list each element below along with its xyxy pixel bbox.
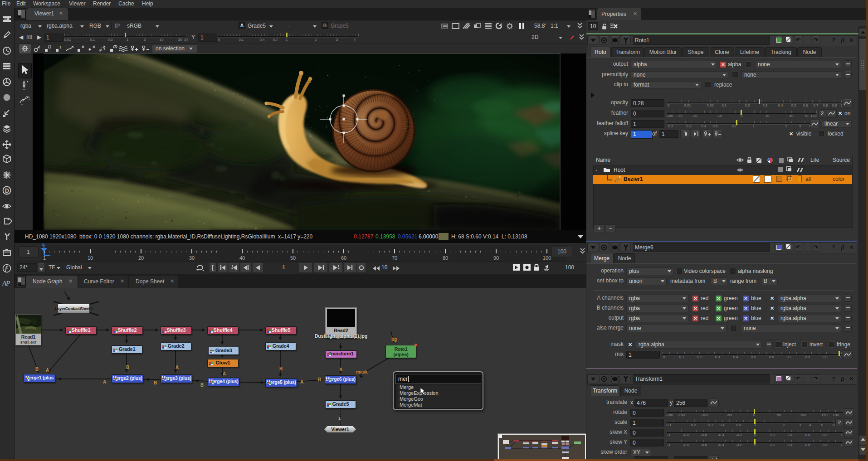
svg-text:1: 1 — [59, 45, 62, 49]
svg-text:P: P — [5, 280, 10, 287]
svg-text:D: D — [5, 188, 9, 194]
